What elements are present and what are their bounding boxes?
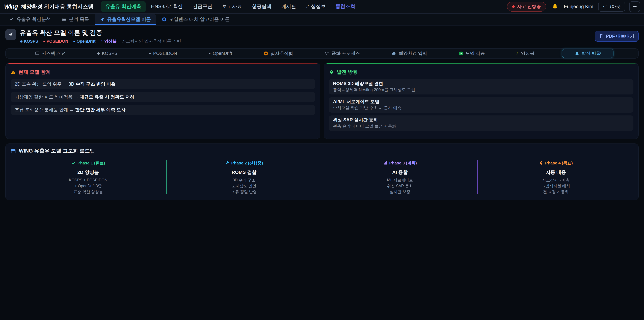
snav-weathering-process[interactable]: 풍화 프로세스: [320, 49, 364, 58]
directions-title: 발전 방향: [337, 69, 358, 76]
page-title: 유출유 확산 모델 이론 및 검증: [20, 29, 181, 36]
nav-item-aerial-search[interactable]: 항공탐색: [247, 1, 276, 12]
snav-opendrift[interactable]: ● OpenDrift: [204, 50, 236, 57]
badge-poseidon: ●POSEIDON: [43, 39, 68, 44]
donut-icon: [264, 51, 268, 56]
limitations-header: 현재 모델 한계: [10, 69, 315, 76]
bar-chart-icon: [383, 161, 388, 165]
waves-icon: [324, 51, 330, 56]
tab-label: 유출유확산모델 이론: [107, 16, 151, 23]
rocket-icon: [539, 161, 544, 165]
document-icon: [600, 34, 604, 39]
page-title-block: 유출유 확산 모델 이론 및 검증 ◆KOSPS ●POSEIDON ●Open…: [20, 29, 181, 44]
content-panels: 현재 모델 한계 2D 표층 확산 모의 위주 → 3D 수직 구조 반영 미흡…: [5, 63, 639, 139]
nav-item-reports[interactable]: 보고자료: [218, 1, 246, 12]
snav-poseidon[interactable]: ● POSEIDON: [145, 50, 181, 57]
roadmap-header: WING 유출유 모델 고도화 로드맵: [10, 148, 634, 154]
calendar-icon: [10, 148, 16, 154]
nav-item-weather-info[interactable]: 기상정보: [301, 1, 330, 12]
tab-label: 유출유 확산분석: [16, 16, 51, 23]
cursor-icon: [8, 32, 14, 38]
nav-item-board[interactable]: 게시판: [277, 1, 301, 12]
roadmap-phases: Phase 1 (완료) 2D 앙상블 KOSPS + POSEIDON + O…: [10, 159, 634, 196]
phase-4: Phase 4 (목표) 자동 대응 사고감지→예측 →방제자원 배치 전 과정…: [478, 159, 634, 196]
roadmap-panel: WING 유출유 모델 고도화 로드맵 Phase 1 (완료) 2D 앙상블 …: [5, 143, 639, 200]
snav-ocean-environment-input[interactable]: 해양환경 입력: [387, 49, 431, 58]
current-model-limitations-panel: 현재 모델 한계 2D 표층 확산 모의 위주 → 3D 수직 구조 반영 미흡…: [5, 63, 320, 139]
nav-item-oil-spill-prediction[interactable]: 유출유 확산예측: [101, 1, 146, 12]
phase-2-badge: Phase 2 (진행중): [225, 160, 263, 166]
main-nav: 유출유 확산예측 HNS·대기확산 긴급구난 보고자료 항공탐색 게시판 기상정…: [101, 1, 360, 12]
tab-model-theory[interactable]: 유출유확산모델 이론: [95, 14, 156, 25]
limitation-item: 조류 조화상수 분해능 한계 → 항만·연안 세부 예측 오차: [10, 105, 315, 115]
direction-item: 위성 SAR 실시간 동화 관측 유막 데이터 모델 보정 자동화: [329, 115, 634, 131]
phase-1-badge: Phase 1 (완료): [71, 160, 105, 166]
list-icon: [62, 17, 66, 22]
phase-3: Phase 3 (계획) AI 융합 ML 서로게이트 위성 SAR 동화 실시…: [322, 159, 478, 196]
snav-development-direction[interactable]: 발전 방향: [562, 49, 614, 58]
incident-label: 사고 진행중: [517, 4, 541, 10]
direction-item: ROMS 3D 해양모델 결합 광역→상세역 Nesting 200m급 고해상…: [329, 79, 634, 95]
snav-ensemble[interactable]: ⚡ 앙상블: [512, 49, 538, 58]
hamburger-menu-button[interactable]: [629, 1, 640, 12]
nav-item-hns-diffusion[interactable]: HNS·대기확산: [146, 1, 187, 12]
snav-system-overview[interactable]: 시스템 개요: [30, 49, 70, 58]
dot-icon: ●: [73, 39, 75, 44]
phase-4-badge: Phase 4 (목표): [539, 160, 573, 166]
rocket-icon: [329, 70, 334, 75]
check-square-icon: [458, 51, 464, 56]
phase-3-badge: Phase 3 (계획): [383, 160, 417, 166]
sub-tab-bar: 유출유 확산분석 분석 목록 유출유확산모델 이론 오일펜스 배치 알고리즘 이…: [0, 14, 644, 26]
diamond-icon: ◆: [97, 51, 100, 56]
development-direction-panel: 발전 방향 ROMS 3D 해양모델 결합 광역→상세역 Nesting 200…: [324, 63, 639, 139]
app-title: 해양환경 위기대응 통합시스템: [21, 3, 94, 10]
wrench-icon: [225, 161, 230, 165]
tab-analysis-list[interactable]: 분석 목록: [56, 14, 94, 25]
diamond-icon: ◆: [20, 39, 23, 44]
hamburger-icon: [632, 4, 638, 10]
limitation-item: 기상해양 결합 피드백 미적용 → 대규모 유출 시 정확도 저하: [10, 92, 315, 102]
phase-2: Phase 2 (진행중) ROMS 결합 3D 수직 구조 고해상도 연안 조…: [166, 159, 322, 196]
page-subtitle: 라그랑지안 입자추적 이론 기반: [122, 38, 181, 44]
check-icon: [71, 161, 76, 165]
tab-spill-analysis[interactable]: 유출유 확산분석: [4, 14, 56, 25]
nav-item-integrated-search[interactable]: 통합조회: [331, 1, 360, 12]
cloud-icon: [391, 51, 397, 56]
bolt-icon: ⚡: [516, 51, 519, 56]
snav-particle-tracking[interactable]: 입자추적법: [260, 49, 297, 58]
phase-1: Phase 1 (완료) 2D 앙상블 KOSPS + POSEIDON + O…: [10, 159, 166, 196]
snav-kosps[interactable]: ◆ KOSPS: [93, 50, 122, 57]
logout-button[interactable]: 로그아웃: [598, 2, 625, 12]
cursor-icon: [100, 17, 105, 22]
nav-item-emergency-rescue[interactable]: 긴급구난: [188, 1, 217, 12]
limitation-item: 2D 표층 확산 모의 위주 → 3D 수직 구조 반영 미흡: [10, 79, 315, 89]
badge-kosps: ◆KOSPS: [20, 39, 38, 44]
wing-logo: Wing: [4, 3, 18, 10]
incident-dot-icon: [512, 5, 515, 8]
roadmap-title: WING 유출유 모델 고도화 로드맵: [19, 148, 95, 154]
tab-label: 오일펜스 배치 알고리즘 이론: [169, 16, 230, 23]
dot-icon: ●: [208, 51, 211, 56]
incident-in-progress-badge[interactable]: 사고 진행중: [507, 2, 546, 12]
ring-icon: [162, 17, 166, 22]
limitations-title: 현재 모델 한계: [18, 69, 51, 76]
top-navigation-bar: Wing 해양환경 위기대응 통합시스템 유출유 확산예측 HNS·대기확산 긴…: [0, 0, 644, 14]
badge-opendrift: ●OpenDrift: [73, 39, 96, 44]
app-window: Wing 해양환경 위기대응 통합시스템 유출유 확산예측 HNS·대기확산 긴…: [0, 0, 644, 320]
directions-header: 발전 방향: [329, 69, 634, 76]
user-name: Eunjeong Kim: [564, 4, 593, 9]
dot-icon: ●: [149, 51, 151, 56]
notification-bell-icon[interactable]: [552, 4, 558, 10]
line-chart-icon: [9, 17, 14, 22]
dot-icon: ●: [43, 39, 45, 44]
snav-model-validation[interactable]: 모델 검증: [454, 49, 489, 58]
pdf-export-button[interactable]: PDF 내보내기: [595, 31, 639, 42]
warning-icon: [10, 70, 16, 75]
page-icon-box: [5, 29, 16, 40]
tab-boom-algorithm[interactable]: 오일펜스 배치 알고리즘 이론: [157, 14, 234, 25]
badge-ensemble: ⚡앙상블: [100, 39, 116, 44]
page-header: 유출유 확산 모델 이론 및 검증 ◆KOSPS ●POSEIDON ●Open…: [0, 26, 644, 47]
tab-label: 분석 목록: [69, 16, 89, 23]
section-nav-bar: 시스템 개요 ◆ KOSPS ● POSEIDON ● OpenDrift 입자…: [5, 48, 639, 59]
rocket-icon: [574, 51, 580, 56]
